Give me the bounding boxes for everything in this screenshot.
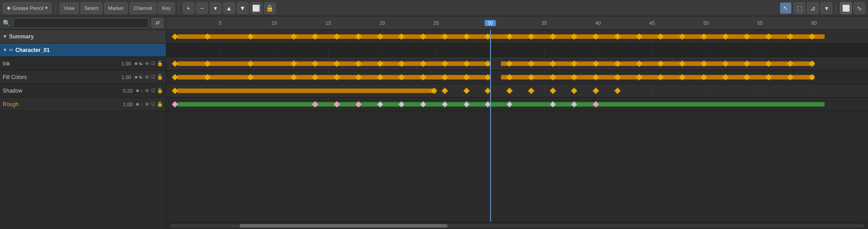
ruler-frame-20: 20 bbox=[379, 20, 385, 26]
grid-line bbox=[760, 43, 760, 56]
ruler-frame-40: 40 bbox=[595, 20, 601, 26]
keyframe[interactable] bbox=[506, 88, 513, 94]
fill-track bbox=[166, 70, 868, 84]
rough-icons: ○ 👁 ☑ 🔓 bbox=[136, 101, 163, 107]
pencil-icon: ✏ bbox=[9, 47, 14, 53]
shadow-layer-name: Shadow bbox=[3, 88, 113, 94]
keyframe[interactable] bbox=[463, 88, 469, 94]
filter-dropdown[interactable]: ▾ bbox=[821, 2, 832, 14]
character-track bbox=[166, 43, 868, 57]
mode-icon: ◆ bbox=[7, 5, 10, 11]
character-row[interactable]: ▼ ✏ Character_01 bbox=[0, 43, 166, 57]
search-bar: 🔍 ⇄ bbox=[0, 16, 166, 30]
ruler-frame-50: 50 bbox=[703, 20, 709, 26]
shadow-eye-icon[interactable]: 👁 bbox=[145, 88, 150, 93]
grid-line bbox=[652, 84, 652, 97]
layer-row-shadow[interactable]: Shadow 0.20 ○ 👁 ☑ 🔓 bbox=[0, 84, 166, 98]
dropdown-icon: ▾ bbox=[45, 5, 48, 11]
layer-row-rough[interactable]: Rough 1.00 ○ 👁 ☑ 🔓 bbox=[0, 98, 166, 111]
key-menu[interactable]: Key bbox=[158, 2, 175, 14]
left-panel: 🔍 ⇄ ▼ Summary ▼ ✏ Character_01 Ink 1.00 … bbox=[0, 16, 166, 229]
shadow-lock-icon[interactable]: 🔓 bbox=[157, 88, 163, 93]
ink-dot bbox=[135, 62, 137, 65]
grid-line bbox=[220, 43, 221, 56]
shadow-opacity: 0.20 bbox=[114, 88, 132, 93]
scrollbar-thumb[interactable] bbox=[240, 224, 448, 228]
layer-row-fill[interactable]: Fill Colors 1.00 ☯ 👁 ☑ 🔓 bbox=[0, 70, 166, 84]
select-menu[interactable]: Select bbox=[80, 2, 103, 14]
scrollbar-area bbox=[166, 222, 868, 229]
grid-line bbox=[274, 43, 275, 56]
grid-line bbox=[544, 43, 545, 56]
rough-eye-icon[interactable]: 👁 bbox=[145, 102, 150, 107]
ink-icons: ☯ 👁 ☑ 🔓 bbox=[135, 61, 163, 66]
up-button[interactable]: ▲ bbox=[223, 2, 235, 14]
grid-line bbox=[328, 43, 329, 56]
box-select-tool[interactable]: ⬚ bbox=[793, 2, 805, 14]
curve-button[interactable]: ∿ bbox=[854, 2, 865, 14]
grid-line bbox=[760, 84, 760, 97]
summary-label: Summary bbox=[9, 33, 34, 40]
search-input[interactable] bbox=[13, 18, 149, 28]
ruler: 51015202530354045505560 bbox=[166, 16, 868, 30]
sync-button[interactable]: ⬜ bbox=[840, 2, 852, 14]
grid-line bbox=[652, 43, 652, 56]
swap-button[interactable]: ⇄ bbox=[151, 18, 163, 28]
ruler-frame-45: 45 bbox=[649, 20, 655, 26]
lock-button[interactable]: 🔒 bbox=[264, 2, 276, 14]
scrollbar-track[interactable] bbox=[170, 224, 864, 228]
ruler-frame-30: 30 bbox=[485, 20, 495, 26]
rough-track bbox=[166, 98, 868, 111]
shadow-check-icon[interactable]: ☑ bbox=[151, 88, 156, 93]
add-button[interactable]: + bbox=[183, 2, 194, 14]
keyframe[interactable] bbox=[442, 88, 448, 94]
tracks bbox=[166, 30, 868, 222]
ink-onion-icon[interactable]: ☯ bbox=[139, 61, 143, 66]
ink-check-icon[interactable]: ☑ bbox=[151, 61, 156, 66]
ruler-numbers: 51015202530354045505560 bbox=[166, 16, 868, 29]
mode-selector[interactable]: ◆ Grease Pencil ▾ bbox=[3, 2, 52, 14]
monitor-button[interactable]: ⬜ bbox=[250, 2, 262, 14]
mode-label: Grease Pencil bbox=[12, 5, 43, 11]
rough-dot bbox=[136, 103, 139, 106]
channel-menu[interactable]: Channel bbox=[130, 2, 156, 14]
fill-lock-icon[interactable]: 🔓 bbox=[157, 74, 163, 80]
keyframe[interactable] bbox=[614, 88, 621, 94]
expand-button[interactable]: ▾ bbox=[210, 2, 222, 14]
ruler-frame-55: 55 bbox=[757, 20, 763, 26]
down-button[interactable]: ▼ bbox=[237, 2, 249, 14]
view-menu[interactable]: View bbox=[60, 2, 79, 14]
grid-line bbox=[814, 43, 815, 56]
ruler-frame-15: 15 bbox=[326, 20, 331, 26]
fill-opacity: 1.00 bbox=[113, 75, 131, 80]
rough-lock-icon[interactable]: 🔓 bbox=[157, 101, 163, 107]
grid-line bbox=[490, 43, 491, 56]
fill-onion-icon[interactable]: ☯ bbox=[139, 74, 143, 80]
summary-track bbox=[166, 30, 868, 43]
search-icon: 🔍 bbox=[3, 19, 10, 27]
grid-line bbox=[598, 43, 599, 56]
keyframe[interactable] bbox=[571, 88, 577, 94]
separator-2 bbox=[179, 2, 179, 14]
ink-track bbox=[166, 57, 868, 70]
fill-eye-icon[interactable]: 👁 bbox=[145, 75, 150, 80]
ink-eye-icon[interactable]: 👁 bbox=[145, 61, 150, 66]
fill-check-icon[interactable]: ☑ bbox=[151, 74, 156, 80]
filter-button[interactable]: ⊿ bbox=[807, 2, 819, 14]
keyframe[interactable] bbox=[549, 88, 556, 94]
grid-line bbox=[382, 43, 383, 56]
ink-lock-icon[interactable]: 🔓 bbox=[157, 61, 163, 66]
rough-onion-icon[interactable]: ○ bbox=[140, 102, 143, 107]
summary-row[interactable]: ▼ Summary bbox=[0, 30, 166, 43]
grid-line bbox=[436, 43, 437, 56]
layer-row-ink[interactable]: Ink 1.00 ☯ 👁 ☑ 🔓 bbox=[0, 57, 166, 70]
remove-button[interactable]: − bbox=[196, 2, 208, 14]
marker-menu[interactable]: Marker bbox=[104, 2, 127, 14]
toolbar-right: ↖ ⬚ ⊿ ▾ ⬜ ∿ bbox=[780, 2, 865, 14]
shadow-onion-icon[interactable]: ○ bbox=[140, 88, 143, 93]
cursor-tool[interactable]: ↖ bbox=[780, 2, 792, 14]
ruler-frame-25: 25 bbox=[434, 20, 439, 26]
keyframe[interactable] bbox=[528, 88, 534, 94]
rough-check-icon[interactable]: ☑ bbox=[151, 101, 156, 107]
shadow-track bbox=[166, 84, 868, 98]
